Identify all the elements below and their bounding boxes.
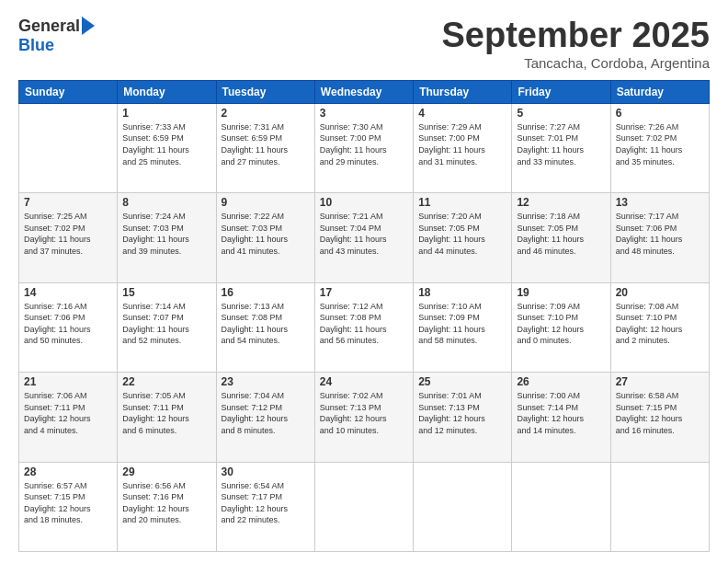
day-number: 13 [616,196,704,209]
calendar-cell: 22Sunrise: 7:05 AM Sunset: 7:11 PM Dayli… [118,373,216,462]
calendar-cell: 4Sunrise: 7:29 AM Sunset: 7:00 PM Daylig… [414,103,512,192]
day-info: Sunrise: 7:14 AM Sunset: 7:07 PM Dayligh… [122,301,210,347]
day-number: 14 [24,286,112,299]
day-info: Sunrise: 7:18 AM Sunset: 7:05 PM Dayligh… [517,211,605,257]
day-number: 24 [320,375,408,388]
header: General Blue September 2025 Tancacha, Co… [18,17,710,71]
calendar-cell [19,103,118,192]
calendar-cell: 23Sunrise: 7:04 AM Sunset: 7:12 PM Dayli… [216,373,314,462]
week-row-3: 14Sunrise: 7:16 AM Sunset: 7:06 PM Dayli… [19,282,710,372]
day-number: 27 [616,375,704,388]
day-info: Sunrise: 7:25 AM Sunset: 7:02 PM Dayligh… [24,211,112,257]
calendar-cell: 26Sunrise: 7:00 AM Sunset: 7:14 PM Dayli… [512,373,610,462]
day-info: Sunrise: 7:09 AM Sunset: 7:10 PM Dayligh… [517,301,605,347]
day-number: 6 [616,107,704,120]
day-number: 28 [24,465,112,478]
day-number: 19 [517,286,605,299]
calendar-cell: 6Sunrise: 7:26 AM Sunset: 7:02 PM Daylig… [610,103,709,192]
day-info: Sunrise: 7:27 AM Sunset: 7:01 PM Dayligh… [517,121,605,167]
calendar-cell: 10Sunrise: 7:21 AM Sunset: 7:04 PM Dayli… [314,193,413,282]
calendar-cell [414,462,512,551]
calendar: SundayMondayTuesdayWednesdayThursdayFrid… [18,80,710,552]
day-number: 3 [320,107,408,120]
week-row-5: 28Sunrise: 6:57 AM Sunset: 7:15 PM Dayli… [19,462,710,551]
page: General Blue September 2025 Tancacha, Co… [0,0,728,563]
day-info: Sunrise: 7:08 AM Sunset: 7:10 PM Dayligh… [616,301,704,347]
day-info: Sunrise: 7:24 AM Sunset: 7:03 PM Dayligh… [122,211,210,257]
day-number: 23 [222,375,310,388]
calendar-cell: 20Sunrise: 7:08 AM Sunset: 7:10 PM Dayli… [610,282,709,372]
day-info: Sunrise: 7:30 AM Sunset: 7:00 PM Dayligh… [320,121,408,167]
calendar-cell [314,462,413,551]
day-info: Sunrise: 7:26 AM Sunset: 7:02 PM Dayligh… [616,121,704,167]
calendar-cell: 9Sunrise: 7:22 AM Sunset: 7:03 PM Daylig… [216,193,314,282]
day-number: 18 [418,286,506,299]
logo-general: General [18,17,80,36]
calendar-cell: 30Sunrise: 6:54 AM Sunset: 7:17 PM Dayli… [216,462,314,551]
day-info: Sunrise: 7:05 AM Sunset: 7:11 PM Dayligh… [122,390,210,436]
week-row-1: 1Sunrise: 7:33 AM Sunset: 6:59 PM Daylig… [19,103,710,192]
day-number: 8 [122,196,210,209]
calendar-cell: 8Sunrise: 7:24 AM Sunset: 7:03 PM Daylig… [118,193,216,282]
day-number: 15 [122,286,210,299]
day-number: 7 [24,196,112,209]
day-number: 20 [616,286,704,299]
day-number: 17 [320,286,408,299]
calendar-cell: 7Sunrise: 7:25 AM Sunset: 7:02 PM Daylig… [19,193,118,282]
calendar-cell: 13Sunrise: 7:17 AM Sunset: 7:06 PM Dayli… [610,193,709,282]
weekday-tuesday: Tuesday [216,80,314,103]
day-number: 30 [222,465,310,478]
day-info: Sunrise: 7:31 AM Sunset: 6:59 PM Dayligh… [222,121,310,167]
title-block: September 2025 Tancacha, Cordoba, Argent… [442,17,711,71]
day-number: 11 [418,196,506,209]
day-info: Sunrise: 7:00 AM Sunset: 7:14 PM Dayligh… [517,390,605,436]
day-number: 10 [320,196,408,209]
month-title: September 2025 [442,17,711,55]
day-number: 22 [122,375,210,388]
day-number: 1 [122,107,210,120]
calendar-cell: 25Sunrise: 7:01 AM Sunset: 7:13 PM Dayli… [414,373,512,462]
calendar-cell: 19Sunrise: 7:09 AM Sunset: 7:10 PM Dayli… [512,282,610,372]
weekday-thursday: Thursday [414,80,512,103]
logo: General Blue [18,17,95,55]
calendar-cell: 28Sunrise: 6:57 AM Sunset: 7:15 PM Dayli… [19,462,118,551]
calendar-cell: 24Sunrise: 7:02 AM Sunset: 7:13 PM Dayli… [314,373,413,462]
logo-arrow-icon [82,17,95,35]
calendar-cell: 5Sunrise: 7:27 AM Sunset: 7:01 PM Daylig… [512,103,610,192]
week-row-4: 21Sunrise: 7:06 AM Sunset: 7:11 PM Dayli… [19,373,710,462]
calendar-cell: 29Sunrise: 6:56 AM Sunset: 7:16 PM Dayli… [118,462,216,551]
calendar-cell [610,462,709,551]
calendar-cell: 21Sunrise: 7:06 AM Sunset: 7:11 PM Dayli… [19,373,118,462]
day-info: Sunrise: 7:20 AM Sunset: 7:05 PM Dayligh… [418,211,506,257]
weekday-wednesday: Wednesday [314,80,413,103]
weekday-header-row: SundayMondayTuesdayWednesdayThursdayFrid… [19,80,710,103]
day-info: Sunrise: 7:10 AM Sunset: 7:09 PM Dayligh… [418,301,506,347]
day-number: 25 [418,375,506,388]
day-info: Sunrise: 7:13 AM Sunset: 7:08 PM Dayligh… [222,301,310,347]
calendar-cell: 16Sunrise: 7:13 AM Sunset: 7:08 PM Dayli… [216,282,314,372]
calendar-cell: 2Sunrise: 7:31 AM Sunset: 6:59 PM Daylig… [216,103,314,192]
day-info: Sunrise: 7:02 AM Sunset: 7:13 PM Dayligh… [320,390,408,436]
day-number: 26 [517,375,605,388]
day-info: Sunrise: 7:33 AM Sunset: 6:59 PM Dayligh… [122,121,210,167]
calendar-cell: 15Sunrise: 7:14 AM Sunset: 7:07 PM Dayli… [118,282,216,372]
day-info: Sunrise: 7:29 AM Sunset: 7:00 PM Dayligh… [418,121,506,167]
day-info: Sunrise: 7:04 AM Sunset: 7:12 PM Dayligh… [222,390,310,436]
day-info: Sunrise: 7:16 AM Sunset: 7:06 PM Dayligh… [24,301,112,347]
weekday-monday: Monday [118,80,216,103]
calendar-cell [512,462,610,551]
day-info: Sunrise: 7:01 AM Sunset: 7:13 PM Dayligh… [418,390,506,436]
day-info: Sunrise: 6:56 AM Sunset: 7:16 PM Dayligh… [122,480,210,526]
day-number: 5 [517,107,605,120]
day-number: 12 [517,196,605,209]
day-number: 9 [222,196,310,209]
calendar-cell: 18Sunrise: 7:10 AM Sunset: 7:09 PM Dayli… [414,282,512,372]
day-number: 2 [222,107,310,120]
calendar-cell: 27Sunrise: 6:58 AM Sunset: 7:15 PM Dayli… [610,373,709,462]
week-row-2: 7Sunrise: 7:25 AM Sunset: 7:02 PM Daylig… [19,193,710,282]
day-info: Sunrise: 6:54 AM Sunset: 7:17 PM Dayligh… [222,480,310,526]
day-number: 16 [222,286,310,299]
calendar-cell: 12Sunrise: 7:18 AM Sunset: 7:05 PM Dayli… [512,193,610,282]
calendar-cell: 1Sunrise: 7:33 AM Sunset: 6:59 PM Daylig… [118,103,216,192]
day-number: 21 [24,375,112,388]
